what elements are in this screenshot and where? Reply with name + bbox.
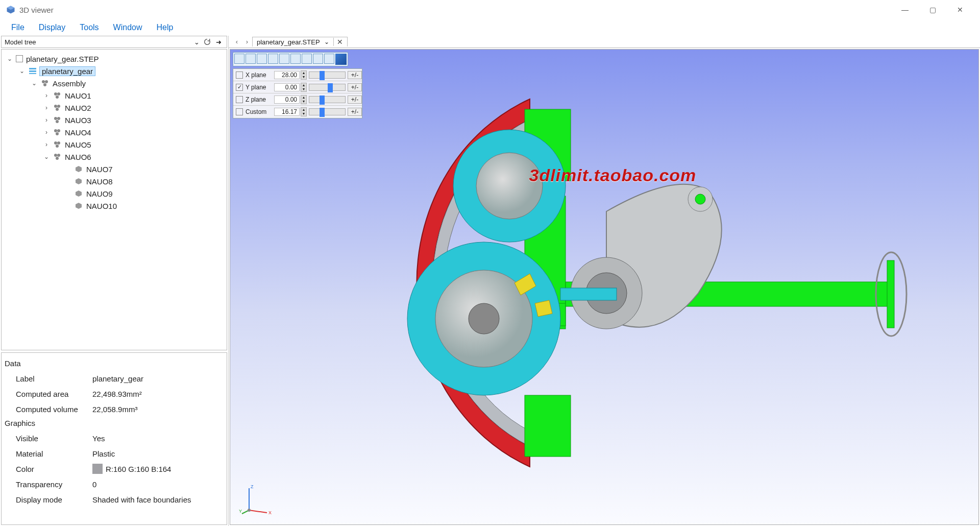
svg-point-21 bbox=[57, 141, 60, 145]
expand-icon[interactable]: › bbox=[42, 116, 51, 124]
svg-point-9 bbox=[57, 92, 60, 95]
tree-node-nauo4[interactable]: ›NAUO4 bbox=[4, 126, 225, 138]
menu-file[interactable]: File bbox=[4, 21, 32, 34]
window-title: 3D viewer bbox=[19, 6, 891, 14]
expand-icon[interactable]: › bbox=[42, 104, 51, 111]
view-front-icon[interactable] bbox=[246, 54, 256, 64]
view-cube-icon[interactable] bbox=[335, 54, 347, 65]
tree-node-nauo2[interactable]: ›NAUO2 bbox=[4, 102, 225, 114]
view-top-icon[interactable] bbox=[290, 54, 301, 64]
tree-node-nauo5[interactable]: ›NAUO5 bbox=[4, 138, 225, 151]
expand-icon[interactable]: ⌄ bbox=[42, 153, 51, 160]
app-logo-icon bbox=[6, 5, 15, 14]
clip-checkbox[interactable] bbox=[236, 108, 243, 115]
clip-spinner[interactable]: ▲▼ bbox=[301, 83, 307, 92]
expand-icon[interactable]: › bbox=[42, 141, 51, 148]
close-button[interactable]: ✕ bbox=[946, 1, 974, 18]
menu-tools[interactable]: Tools bbox=[72, 21, 106, 34]
clip-label: Custom bbox=[246, 108, 274, 115]
expand-icon[interactable]: ⌄ bbox=[18, 67, 26, 75]
tree-refresh-icon[interactable] bbox=[202, 37, 212, 47]
clip-label: Y plane bbox=[246, 84, 274, 91]
clip-spinner[interactable]: ▲▼ bbox=[301, 70, 307, 80]
tree-node-assembly[interactable]: ⌄ Assembly bbox=[4, 77, 225, 89]
node-label: NAUO1 bbox=[64, 91, 92, 100]
svg-rect-33 bbox=[525, 395, 571, 457]
svg-marker-26 bbox=[76, 166, 82, 172]
tree-arrow-icon[interactable]: ➜ bbox=[213, 37, 224, 47]
assembly-icon bbox=[53, 91, 62, 100]
clip-flip-button[interactable]: +/- bbox=[348, 71, 362, 79]
expand-icon[interactable]: ⌄ bbox=[6, 55, 14, 62]
clip-value[interactable]: 0.00 bbox=[274, 95, 300, 104]
view-iso1-icon[interactable] bbox=[313, 54, 323, 64]
part-icon bbox=[74, 164, 83, 174]
color-swatch bbox=[92, 464, 103, 474]
svg-point-6 bbox=[45, 80, 48, 83]
maximize-button[interactable]: ▢ bbox=[919, 1, 946, 18]
view-iso2-icon[interactable] bbox=[324, 54, 334, 64]
viewport-tab[interactable]: planetary_gear.STEP ⌄ ✕ bbox=[252, 37, 348, 46]
tab-next-icon[interactable]: › bbox=[242, 38, 252, 45]
clip-slider[interactable] bbox=[309, 71, 346, 79]
menu-help[interactable]: Help bbox=[150, 21, 181, 34]
tree-node-planetary-gear[interactable]: ⌄ planetary_gear bbox=[4, 65, 225, 77]
part-icon bbox=[74, 201, 83, 210]
menu-display[interactable]: Display bbox=[32, 21, 72, 34]
viewport-tab-bar: ‹ › planetary_gear.STEP ⌄ ✕ bbox=[229, 36, 980, 48]
clip-value[interactable]: 28.00 bbox=[274, 71, 300, 79]
clip-checkbox[interactable] bbox=[236, 96, 243, 103]
clip-spinner[interactable]: ▲▼ bbox=[301, 107, 307, 116]
3d-viewport[interactable]: X plane28.00▲▼+/-✓Y plane0.00▲▼+/-Z plan… bbox=[229, 48, 980, 526]
section-graphics: Graphics bbox=[5, 419, 224, 427]
expand-icon[interactable]: › bbox=[42, 129, 51, 136]
svg-point-8 bbox=[54, 92, 57, 95]
clip-spinner[interactable]: ▲▼ bbox=[301, 95, 307, 104]
tree-node-root[interactable]: ⌄ planetary_gear.STEP bbox=[4, 53, 225, 65]
tree-dropdown-icon[interactable]: ⌄ bbox=[192, 38, 201, 46]
tab-prev-icon[interactable]: ‹ bbox=[232, 38, 242, 45]
view-right-icon[interactable] bbox=[279, 54, 289, 64]
expand-icon[interactable]: › bbox=[42, 92, 51, 99]
checkbox[interactable] bbox=[16, 55, 23, 62]
clip-checkbox[interactable]: ✓ bbox=[236, 84, 243, 91]
tab-dropdown-icon[interactable]: ⌄ bbox=[324, 38, 329, 45]
part-icon bbox=[74, 189, 83, 198]
tab-close-icon[interactable]: ✕ bbox=[333, 38, 343, 46]
view-orientation-toolbar bbox=[233, 52, 348, 66]
node-label: NAUO3 bbox=[64, 116, 92, 125]
svg-rect-3 bbox=[29, 70, 36, 72]
view-bottom-icon[interactable] bbox=[302, 54, 312, 64]
node-label: NAUO7 bbox=[85, 165, 114, 174]
prop-area-k: Computed area bbox=[16, 390, 92, 398]
tree-node-nauo10[interactable]: NAUO10 bbox=[4, 200, 225, 212]
prop-color-v: R:160 G:160 B:164 bbox=[106, 465, 171, 473]
tree-node-nauo6[interactable]: ⌄NAUO6 bbox=[4, 151, 225, 163]
assembly-icon bbox=[40, 79, 50, 88]
svg-point-15 bbox=[57, 117, 60, 120]
tree-node-nauo7[interactable]: NAUO7 bbox=[4, 163, 225, 175]
clip-value[interactable]: 0.00 bbox=[274, 83, 300, 91]
tree-node-nauo8[interactable]: NAUO8 bbox=[4, 175, 225, 187]
svg-marker-29 bbox=[76, 203, 82, 209]
expand-icon[interactable]: ⌄ bbox=[30, 80, 38, 87]
view-left-icon[interactable] bbox=[268, 54, 278, 64]
svg-point-18 bbox=[57, 129, 60, 132]
tree-node-nauo3[interactable]: ›NAUO3 bbox=[4, 114, 225, 126]
minimize-button[interactable]: — bbox=[891, 1, 919, 18]
tree-node-nauo9[interactable]: NAUO9 bbox=[4, 187, 225, 200]
prop-transparency-k: Transparency bbox=[16, 480, 92, 489]
assembly-icon bbox=[53, 152, 62, 161]
view-fit-icon[interactable] bbox=[234, 54, 244, 64]
view-back-icon[interactable] bbox=[257, 54, 267, 64]
menu-window[interactable]: Window bbox=[106, 21, 150, 34]
svg-point-7 bbox=[43, 83, 46, 86]
svg-point-45 bbox=[695, 194, 705, 204]
clip-checkbox[interactable] bbox=[236, 71, 243, 79]
svg-point-24 bbox=[57, 154, 60, 157]
svg-point-53 bbox=[248, 509, 251, 512]
prop-material-v: Plastic bbox=[92, 449, 115, 458]
tree-node-nauo1[interactable]: ›NAUO1 bbox=[4, 89, 225, 102]
prop-volume-v: 22,058.9mm³ bbox=[92, 405, 137, 414]
clip-value[interactable]: 16.17 bbox=[274, 108, 300, 116]
